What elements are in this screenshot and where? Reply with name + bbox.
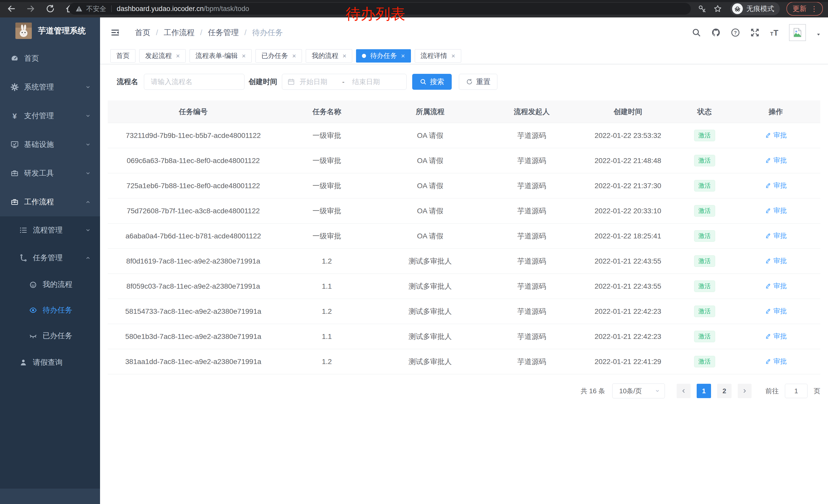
sidebar-item-task-mgmt[interactable]: 任务管理 bbox=[0, 244, 100, 272]
date-range-picker[interactable]: 开始日期 - 结束日期 bbox=[282, 74, 407, 90]
help-icon[interactable]: ? bbox=[731, 28, 740, 37]
process-cell: 测试多审批人 bbox=[375, 332, 486, 341]
svg-text:¥: ¥ bbox=[12, 112, 17, 120]
approve-link[interactable]: 审批 bbox=[764, 206, 787, 215]
page-content: 流程名 创建时间 开始日期 - 结束日期 搜索 重置 bbox=[100, 64, 828, 504]
approve-link[interactable]: 审批 bbox=[764, 281, 787, 290]
avatar-dropdown-caret-icon[interactable] bbox=[816, 32, 821, 37]
page-size-select[interactable]: 10条/页 bbox=[612, 383, 665, 398]
user-avatar-broken-image[interactable] bbox=[789, 24, 806, 41]
sidebar-item-process-mgmt[interactable]: 流程管理 bbox=[0, 216, 100, 244]
sidebar-item-workflow[interactable]: 工作流程 bbox=[0, 188, 100, 216]
breadcrumb-item[interactable]: 任务管理 bbox=[208, 28, 239, 38]
search-icon[interactable] bbox=[692, 28, 701, 37]
tab-close-icon[interactable]: × bbox=[292, 53, 296, 59]
approve-link[interactable]: 审批 bbox=[764, 231, 787, 240]
sidebar-item-system[interactable]: 系统管理 bbox=[0, 73, 100, 101]
tab-close-icon[interactable]: × bbox=[451, 53, 455, 59]
action-cell: 审批 bbox=[731, 181, 820, 191]
sidebar-item-devtools[interactable]: 研发工具 bbox=[0, 159, 100, 188]
tab-close-icon[interactable]: × bbox=[342, 53, 346, 59]
approve-link[interactable]: 审批 bbox=[764, 307, 787, 316]
reload-icon[interactable] bbox=[46, 4, 55, 13]
date-range-separator: - bbox=[342, 78, 344, 86]
calendar-icon bbox=[287, 78, 295, 86]
approve-link[interactable]: 审批 bbox=[764, 256, 787, 265]
table-row: 069c6a63-7b8a-11ec-8ef0-acde48001122一级审批… bbox=[108, 148, 820, 173]
browser-update-button[interactable]: 更新 ⋮ bbox=[786, 2, 823, 16]
table-header-row: 任务编号任务名称所属流程流程发起人创建时间状态操作 bbox=[108, 100, 820, 123]
tab-close-icon[interactable]: × bbox=[401, 53, 405, 59]
approve-link-label: 审批 bbox=[773, 156, 787, 165]
browser-menu-icon[interactable]: ⋮ bbox=[811, 5, 818, 13]
approve-link-label: 审批 bbox=[773, 307, 787, 316]
font-size-icon[interactable]: TT bbox=[770, 28, 779, 37]
process-name-input[interactable] bbox=[144, 74, 244, 90]
search-button[interactable]: 搜索 bbox=[412, 74, 452, 90]
breadcrumb-item[interactable]: 首页 bbox=[135, 28, 150, 38]
status-badge: 激活 bbox=[694, 130, 715, 141]
back-icon[interactable] bbox=[7, 4, 16, 13]
tab-view[interactable]: 已办任务× bbox=[255, 49, 302, 62]
bookmark-star-icon[interactable] bbox=[713, 4, 722, 13]
security-label[interactable]: 不安全 bbox=[86, 4, 106, 13]
reset-button[interactable]: 重置 bbox=[459, 74, 497, 90]
approve-link[interactable]: 审批 bbox=[764, 181, 787, 190]
edit-pencil-icon bbox=[764, 258, 771, 264]
tab-view[interactable]: 流程详情× bbox=[415, 49, 461, 62]
status-badge: 激活 bbox=[694, 356, 715, 367]
next-page-button[interactable] bbox=[738, 384, 752, 398]
page-number-button[interactable]: 2 bbox=[717, 384, 732, 398]
breadcrumb-item: 待办任务 bbox=[252, 28, 283, 38]
tab-close-icon[interactable]: × bbox=[176, 53, 180, 59]
sidebar-item-leave-query[interactable]: 请假查询 bbox=[0, 349, 100, 376]
sidebar-item-my-process[interactable]: 我的流程 bbox=[0, 272, 100, 297]
sidebar-item-todo-task[interactable]: 待办任务 bbox=[0, 297, 100, 323]
action-cell: 审批 bbox=[731, 332, 820, 341]
approve-link[interactable]: 审批 bbox=[764, 131, 787, 140]
search-button-icon bbox=[420, 78, 427, 85]
task-name-cell: 1.1 bbox=[279, 282, 375, 290]
sidebar-item-payment[interactable]: ¥支付管理 bbox=[0, 101, 100, 130]
table-row: a6aba0a4-7b6d-11ec-b781-acde48001122一级审批… bbox=[108, 224, 820, 249]
svg-text:T: T bbox=[770, 31, 773, 37]
status-cell: 激活 bbox=[678, 155, 731, 166]
table-body: 73211d9d-7b9b-11ec-b5b7-acde48001122一级审批… bbox=[108, 123, 820, 374]
sidebar-collapse-icon[interactable] bbox=[110, 28, 120, 37]
tab-view[interactable]: 流程表单-编辑× bbox=[190, 49, 252, 62]
approve-link[interactable]: 审批 bbox=[764, 156, 787, 165]
app-title: 芋道管理系统 bbox=[38, 26, 86, 36]
prev-page-button[interactable] bbox=[677, 384, 691, 398]
tab-view[interactable]: 发起流程× bbox=[139, 49, 186, 62]
approve-link[interactable]: 审批 bbox=[764, 332, 787, 341]
password-key-icon[interactable] bbox=[698, 4, 707, 13]
status-cell: 激活 bbox=[678, 230, 731, 242]
sidebar-item-done-task[interactable]: 已办任务 bbox=[0, 323, 100, 349]
created-time-cell: 2022-01-21 22:43:55 bbox=[578, 257, 678, 265]
dashboard-icon bbox=[10, 54, 19, 63]
sidebar-item-home[interactable]: 首页 bbox=[0, 44, 100, 73]
approve-link[interactable]: 审批 bbox=[764, 357, 787, 366]
url-text[interactable]: dashboard.yudao.iocoder.cn/bpm/task/todo bbox=[117, 5, 249, 13]
action-cell: 审批 bbox=[731, 206, 820, 216]
forward-icon[interactable] bbox=[26, 4, 35, 13]
eye-icon bbox=[29, 306, 37, 315]
tab-view[interactable]: 首页 bbox=[110, 49, 135, 62]
page-number-button[interactable]: 1 bbox=[697, 384, 711, 398]
yen-icon: ¥ bbox=[10, 111, 19, 120]
svg-text:?: ? bbox=[734, 30, 737, 35]
tab-view[interactable]: 我的流程× bbox=[306, 49, 352, 62]
fullscreen-icon[interactable] bbox=[750, 28, 760, 37]
github-icon[interactable] bbox=[711, 28, 721, 37]
edit-pencil-icon bbox=[764, 232, 771, 239]
address-bar[interactable]: 不安全 dashboard.yudao.iocoder.cn/bpm/task/… bbox=[69, 3, 691, 15]
breadcrumb-item[interactable]: 工作流程 bbox=[164, 28, 195, 38]
task-name-cell: 一级审批 bbox=[279, 131, 375, 140]
tab-active-view[interactable]: 待办任务× bbox=[356, 49, 411, 62]
status-cell: 激活 bbox=[678, 280, 731, 292]
page-number-list: 12 bbox=[697, 384, 732, 398]
sidebar-item-infra[interactable]: 基础设施 bbox=[0, 130, 100, 159]
tab-close-icon[interactable]: × bbox=[242, 53, 246, 59]
goto-page-input[interactable] bbox=[785, 384, 808, 398]
person-icon bbox=[19, 358, 28, 367]
